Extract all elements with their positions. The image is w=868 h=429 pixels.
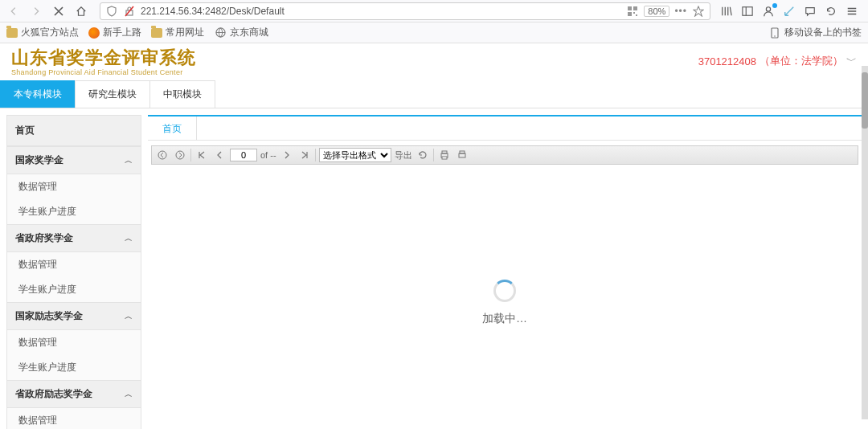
chevron-up-icon: ︿ (125, 311, 133, 322)
module-tab-vocational[interactable]: 中职模块 (149, 80, 215, 108)
qr-icon[interactable] (626, 5, 639, 18)
sidebar-section-provincial-aspiration[interactable]: 省政府励志奖学金︿ (7, 380, 141, 408)
chevron-up-icon: ︿ (125, 155, 133, 166)
chat-icon[interactable] (804, 5, 817, 18)
browser-right-icons (720, 5, 863, 18)
spinner-icon (493, 280, 516, 302)
refresh2-icon[interactable] (825, 5, 837, 18)
svg-rect-3 (633, 6, 637, 10)
bookmark-item[interactable]: 京东商城 (214, 26, 268, 39)
separator (433, 149, 434, 161)
home-button[interactable] (72, 2, 90, 20)
sidebar-item-student-progress[interactable]: 学生账户进度 (7, 277, 141, 302)
page-of-label: of -- (260, 150, 276, 160)
svg-rect-2 (628, 6, 632, 10)
extension1-icon[interactable] (783, 5, 796, 18)
bookmark-star-icon[interactable] (692, 5, 705, 18)
bookmarks-bar: 火狐官方站点 新手上路 常用网址 京东商城 移动设备上的书签 (0, 22, 868, 43)
svg-rect-17 (442, 157, 447, 159)
separator (315, 149, 316, 161)
user-unit: （单位：法学院） (760, 54, 843, 68)
logo-title: 山东省奖学金评审系统 (11, 46, 196, 70)
content-tab-home[interactable]: 首页 (148, 116, 197, 140)
svg-rect-19 (460, 151, 465, 153)
url-bar[interactable]: 221.214.56.34:2482/Desk/Default 80% ••• (100, 2, 710, 20)
module-tabs: 本专科模块 研究生模块 中职模块 (0, 80, 868, 108)
sidebar: 首页 国家奖学金︿ 数据管理 学生账户进度 省政府奖学金︿ 数据管理 学生账户进… (6, 115, 141, 429)
content-tabs: 首页 (148, 116, 862, 141)
bookmark-item[interactable]: 新手上路 (88, 26, 141, 39)
url-text: 221.214.56.34:2482/Desk/Default (141, 6, 621, 17)
loading-text: 加载中… (482, 312, 527, 326)
sidebar-section-national[interactable]: 国家奖学金︿ (7, 146, 141, 174)
stop-button[interactable] (50, 2, 68, 20)
svg-rect-5 (633, 12, 635, 14)
print-current-icon[interactable] (455, 148, 469, 162)
user-id: 3701212408 (698, 55, 756, 67)
main-area: 首页 国家奖学金︿ 数据管理 学生账户进度 省政府奖学金︿ 数据管理 学生账户进… (0, 115, 868, 429)
bookmark-item[interactable]: 火狐官方站点 (6, 26, 79, 39)
browser-nav-bar: 221.214.56.34:2482/Desk/Default 80% ••• (0, 0, 868, 22)
svg-rect-18 (459, 153, 465, 157)
library-icon[interactable] (720, 5, 733, 18)
module-tab-undergrad[interactable]: 本专科模块 (0, 80, 76, 108)
sidebar-item-data-mgmt[interactable]: 数据管理 (7, 408, 141, 429)
more-icon[interactable]: ••• (674, 6, 687, 17)
shield-icon (105, 5, 118, 18)
globe-icon (214, 27, 227, 39)
nav-back-round-icon[interactable] (155, 148, 170, 162)
svg-point-9 (766, 6, 770, 10)
last-page-icon[interactable] (297, 148, 312, 162)
svg-rect-7 (743, 6, 752, 15)
prev-page-icon[interactable] (212, 148, 227, 162)
menu-icon[interactable] (845, 5, 858, 18)
report-toolbar: of -- 选择导出格式 导出 (151, 145, 858, 165)
lock-insecure-icon (123, 5, 136, 18)
scrollbar-thumb[interactable] (862, 72, 868, 129)
zoom-badge[interactable]: 80% (644, 6, 669, 17)
svg-rect-16 (442, 151, 447, 153)
page-number-input[interactable] (230, 149, 257, 161)
mobile-icon (768, 27, 781, 39)
refresh-report-icon[interactable] (416, 148, 430, 162)
sidebar-section-national-aspiration[interactable]: 国家励志奖学金︿ (7, 302, 141, 330)
bookmark-item[interactable]: 常用网址 (151, 26, 204, 39)
separator (190, 149, 191, 161)
sidebar-home[interactable]: 首页 (7, 116, 141, 146)
sidebar-item-data-mgmt[interactable]: 数据管理 (7, 252, 141, 277)
account-icon[interactable] (762, 5, 775, 18)
svg-point-13 (158, 151, 166, 159)
logo-subtitle: Shandong Provincial Aid Financial Studen… (11, 68, 196, 76)
back-button[interactable] (5, 2, 23, 20)
loading-area: 加载中… (148, 165, 862, 429)
mobile-bookmarks[interactable]: 移动设备上的书签 (768, 26, 862, 39)
svg-point-14 (176, 151, 184, 159)
sidebar-item-data-mgmt[interactable]: 数据管理 (7, 330, 141, 355)
folder-icon (6, 28, 18, 38)
print-icon[interactable] (437, 148, 452, 162)
chevron-down-icon: ﹀ (846, 54, 857, 68)
sidebar-item-student-progress[interactable]: 学生账户进度 (7, 355, 141, 380)
first-page-icon[interactable] (194, 148, 209, 162)
forward-button[interactable] (27, 2, 45, 20)
sidebar-section-provincial[interactable]: 省政府奖学金︿ (7, 224, 141, 252)
next-page-icon[interactable] (280, 148, 294, 162)
page-header: 山东省奖学金评审系统 Shandong Provincial Aid Finan… (0, 43, 868, 76)
svg-rect-4 (628, 12, 632, 16)
chevron-up-icon: ︿ (125, 389, 133, 400)
content-area: 首页 of -- 选择导出格式 导出 加载中… (148, 115, 862, 429)
sidebar-item-student-progress[interactable]: 学生账户进度 (7, 199, 141, 224)
svg-rect-6 (636, 14, 637, 16)
scrollbar[interactable] (862, 66, 868, 419)
user-info[interactable]: 3701212408 （单位：法学院） ﹀ (698, 54, 857, 68)
nav-fwd-round-icon[interactable] (173, 148, 187, 162)
sidebar-item-data-mgmt[interactable]: 数据管理 (7, 174, 141, 199)
sidebar-icon[interactable] (741, 5, 754, 18)
module-tab-graduate[interactable]: 研究生模块 (75, 80, 150, 108)
logo: 山东省奖学金评审系统 Shandong Provincial Aid Finan… (11, 46, 196, 76)
svg-point-12 (774, 35, 776, 37)
export-format-select[interactable]: 选择导出格式 (319, 148, 391, 162)
chevron-up-icon: ︿ (125, 233, 133, 244)
export-label[interactable]: 导出 (395, 149, 412, 161)
firefox-icon (88, 27, 100, 39)
